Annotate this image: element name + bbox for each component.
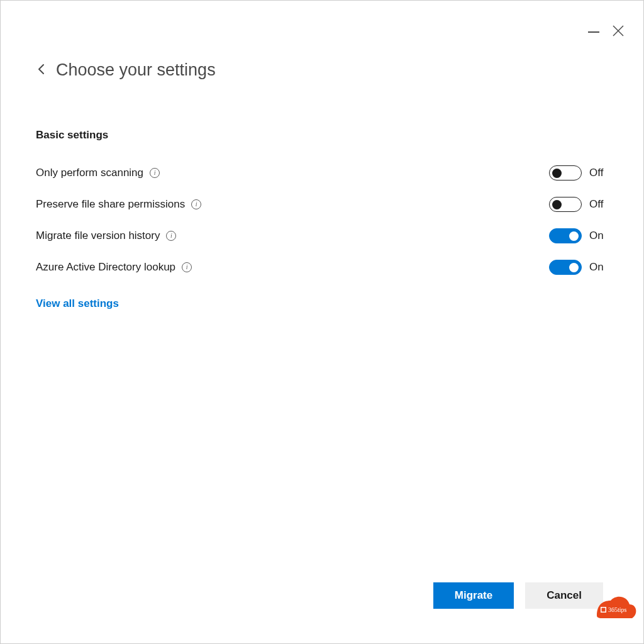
toggle-status: Off bbox=[589, 198, 608, 211]
setting-row-version-history: Migrate file version history i On bbox=[36, 228, 608, 243]
setting-row-permissions: Preserve file share permissions i Off bbox=[36, 197, 608, 212]
minimize-icon[interactable] bbox=[588, 31, 599, 33]
info-icon[interactable]: i bbox=[150, 168, 160, 178]
setting-row-aad-lookup: Azure Active Directory lookup i On bbox=[36, 260, 608, 275]
setting-label: Only perform scanning bbox=[36, 167, 143, 179]
svg-text:365tips: 365tips bbox=[608, 606, 627, 613]
toggle-status: On bbox=[589, 230, 608, 242]
toggle-permissions[interactable] bbox=[549, 197, 582, 212]
info-icon[interactable]: i bbox=[182, 262, 192, 272]
close-icon[interactable] bbox=[612, 25, 625, 40]
toggle-aad-lookup[interactable] bbox=[549, 260, 582, 275]
info-icon[interactable]: i bbox=[166, 231, 176, 241]
basic-settings-heading: Basic settings bbox=[36, 129, 608, 142]
setting-row-scanning: Only perform scanning i Off bbox=[36, 165, 608, 180]
setting-label: Migrate file version history bbox=[36, 230, 160, 242]
watermark-logo: 365tips bbox=[589, 592, 638, 625]
info-icon[interactable]: i bbox=[191, 199, 201, 209]
setting-label: Azure Active Directory lookup bbox=[36, 261, 175, 274]
toggle-version-history[interactable] bbox=[549, 228, 582, 243]
toggle-status: Off bbox=[589, 167, 608, 179]
footer-buttons: Migrate Cancel bbox=[433, 582, 603, 609]
view-all-settings-link[interactable]: View all settings bbox=[36, 297, 119, 310]
setting-label: Preserve file share permissions bbox=[36, 198, 185, 211]
migrate-button[interactable]: Migrate bbox=[433, 582, 514, 609]
toggle-scanning[interactable] bbox=[549, 165, 582, 180]
page-header: Choose your settings bbox=[36, 60, 608, 80]
back-chevron-icon[interactable] bbox=[36, 64, 47, 77]
toggle-status: On bbox=[589, 261, 608, 274]
svg-rect-1 bbox=[602, 608, 606, 612]
page-title: Choose your settings bbox=[56, 60, 216, 80]
